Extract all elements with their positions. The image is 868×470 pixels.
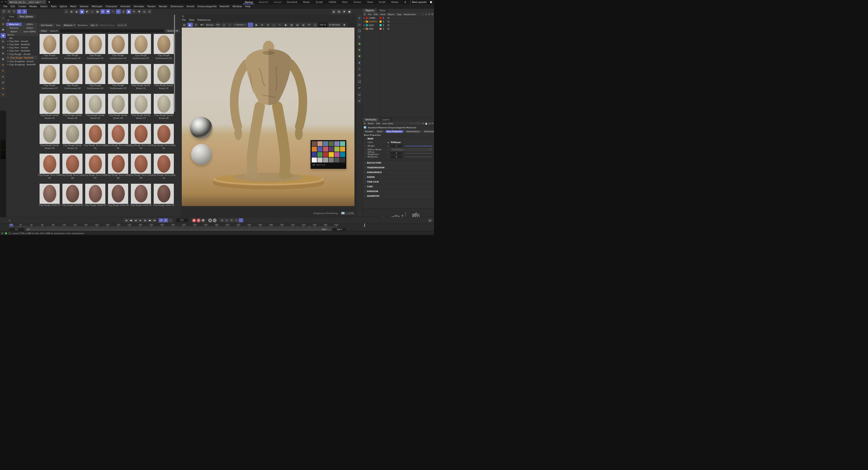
menu-item[interactable]: Arnold xyxy=(185,5,196,8)
render-tag-icon[interactable]: ⊘ xyxy=(388,17,390,20)
object-create-icon[interactable]: ❖ xyxy=(357,47,362,53)
toolbar-button[interactable]: ✱ xyxy=(137,9,142,14)
menu-item[interactable]: Greyscalegorilla xyxy=(196,5,218,8)
material-thumbnail[interactable] xyxy=(108,154,128,174)
renderer-dropdown[interactable]: ALL▼ xyxy=(90,24,98,27)
material-thumbnail[interactable] xyxy=(131,64,151,84)
menu-item[interactable]: Edit xyxy=(376,122,380,125)
hamburger-icon[interactable]: ☰ xyxy=(364,13,366,15)
material-thumbnail[interactable] xyxy=(108,94,128,114)
material-item[interactable]: Clay Rough Earthenware 06 xyxy=(153,34,175,64)
toolbar-button[interactable]: ❒ xyxy=(1,9,6,14)
tool-icon[interactable]: ➤ xyxy=(0,51,6,56)
material-item[interactable]: Clay Rough Violet 01 xyxy=(39,184,60,214)
diffuse-roughness-row[interactable]: ◇ Diffuse Roughness ○ 0 xyxy=(363,151,434,155)
material-thumbnail[interactable] xyxy=(131,94,151,114)
render-toolbar-button[interactable]: 100 % xyxy=(318,23,328,27)
toolbar-button[interactable]: Z xyxy=(17,9,22,14)
tool-icon[interactable]: ✎ xyxy=(0,68,6,73)
render-toolbar-button[interactable]: RGB xyxy=(215,22,221,27)
hamburger-icon[interactable]: ☰ xyxy=(7,19,9,22)
panel-tab[interactable]: Takes xyxy=(377,8,388,12)
material-item[interactable]: Clay Rough Sandy Brown 07 xyxy=(130,94,152,124)
header-icon[interactable]: ⧉ xyxy=(432,13,433,15)
expand-icon[interactable]: ⊞ xyxy=(7,60,8,62)
hamburger-icon[interactable]: ☰ xyxy=(1,232,3,234)
expand-icon[interactable]: ⊞ xyxy=(7,50,8,52)
object-create-icon[interactable]: ❒ xyxy=(357,28,362,34)
render-toolbar-button[interactable]: ❏ xyxy=(312,23,318,27)
category-tab[interactable]: Textures xyxy=(6,26,22,30)
tool-icon[interactable]: ↻ xyxy=(0,39,6,44)
material-item[interactable]: Clay Rough Earthenware 10 xyxy=(107,64,129,94)
render-toolbar-button[interactable]: ▣ xyxy=(283,23,288,27)
layer-color-swatch[interactable] xyxy=(379,24,381,26)
material-item[interactable]: Clay Rough Terra Cotta 10 xyxy=(153,154,175,184)
add-document-tab-button[interactable]: ✚ xyxy=(46,1,52,4)
tree-item[interactable]: ⊞ Clay Fine - Arnold xyxy=(6,46,37,49)
record-option-button[interactable]: ◎ xyxy=(213,219,217,222)
material-item[interactable]: Clay Rough Earthenware 04 xyxy=(107,34,129,64)
toolbar-button[interactable]: ◈ xyxy=(69,9,74,14)
size-dropdown[interactable]: Medium▼ xyxy=(63,24,76,27)
object-create-icon[interactable]: ⊔ xyxy=(357,92,362,97)
collapsed-section[interactable]: › SUBSURFACE xyxy=(363,170,434,175)
menu-item[interactable]: Tools xyxy=(49,5,58,8)
material-thumbnail[interactable] xyxy=(39,34,60,54)
material-thumbnail[interactable] xyxy=(62,124,83,144)
toolbar-button[interactable]: ◎ xyxy=(121,9,126,14)
key-channel-button[interactable]: ↻ xyxy=(224,218,229,222)
record-option-button[interactable]: ◉ xyxy=(208,219,212,222)
render-toolbar-button[interactable]: ❄ xyxy=(266,23,271,27)
document-tab[interactable]: MC016_KA_Sc..._v017.c4d * ✕ xyxy=(8,0,46,4)
material-item[interactable]: Clay Rough Sandy Brown 02 xyxy=(153,64,175,94)
material-grid-scrollbar[interactable] xyxy=(174,15,175,112)
material-item[interactable]: Clay Rough Earthenware 09 xyxy=(85,64,106,94)
material-thumbnail[interactable] xyxy=(131,124,151,144)
property-tab[interactable]: Advanced xyxy=(423,130,434,133)
layout-tab[interactable]: Startup xyxy=(241,0,256,4)
material-item[interactable]: Clay Rough Terra Cotta 04 xyxy=(153,124,175,154)
search-input[interactable] xyxy=(60,29,164,33)
layer-color-swatch[interactable] xyxy=(379,28,381,30)
visibility-dots[interactable] xyxy=(383,28,384,30)
material-thumbnail[interactable] xyxy=(39,94,60,114)
render-toolbar-button[interactable]: ⌖ xyxy=(277,23,283,27)
menu-item[interactable]: File xyxy=(2,5,9,8)
menu-item[interactable]: Edit xyxy=(9,5,17,8)
material-thumbnail[interactable] xyxy=(131,154,151,174)
menu-item[interactable]: Volume xyxy=(78,5,90,8)
lock-icon[interactable] xyxy=(426,123,427,125)
render-toolbar-button[interactable]: ⌗ xyxy=(227,23,232,27)
material-thumbnail[interactable] xyxy=(154,154,174,174)
material-thumbnail[interactable] xyxy=(108,64,128,84)
render-toolbar-button[interactable]: < Render > xyxy=(233,23,247,27)
object-row[interactable]: ⊞ ENV ⊘ xyxy=(363,27,434,31)
material-thumbnail[interactable] xyxy=(85,124,105,144)
object-create-icon[interactable]: ✱ xyxy=(357,54,362,59)
render-toolbar-button[interactable]: ↻ xyxy=(193,23,199,27)
object-create-icon[interactable]: ✐ xyxy=(357,98,362,104)
menu-item[interactable]: MoGraph xyxy=(90,5,104,8)
menu-item[interactable]: Mesh xyxy=(68,5,78,8)
toolbar-button[interactable]: ◇ xyxy=(64,9,69,14)
material-thumbnail[interactable] xyxy=(154,94,174,114)
menu-item[interactable]: Redshift xyxy=(218,5,231,8)
filter-icon[interactable]: ≡ xyxy=(422,122,424,125)
tree-item[interactable]: ⊞ Clay Rough - Redshift xyxy=(6,56,37,60)
tool-icon[interactable]: ✥ xyxy=(0,33,6,38)
render-tag-icon[interactable]: ⊘ xyxy=(388,27,390,30)
tool-icon[interactable]: ⧉ xyxy=(0,45,6,50)
tool-icon[interactable]: ❖ xyxy=(0,57,6,62)
tree-item[interactable]: ⊞ Clay Sculpting - Redshift xyxy=(6,63,37,66)
material-item[interactable]: Clay Rough Earthenware 05 xyxy=(130,34,152,64)
material-thumbnail[interactable] xyxy=(39,64,60,84)
material-thumbnail[interactable] xyxy=(108,34,128,54)
panel-tab[interactable]: View xyxy=(6,15,17,19)
material-item[interactable]: Clay Rough Terra Cotta 08 xyxy=(107,154,129,184)
material-item[interactable]: Clay Rough Terra Cotta 09 xyxy=(130,154,152,184)
current-frame-field[interactable]: 0 F xyxy=(176,219,188,222)
render-toolbar-button[interactable]: Fit Window xyxy=(328,23,341,27)
menu-item[interactable]: Modes xyxy=(28,5,39,8)
toolbar-button[interactable]: ✣ xyxy=(131,9,136,14)
